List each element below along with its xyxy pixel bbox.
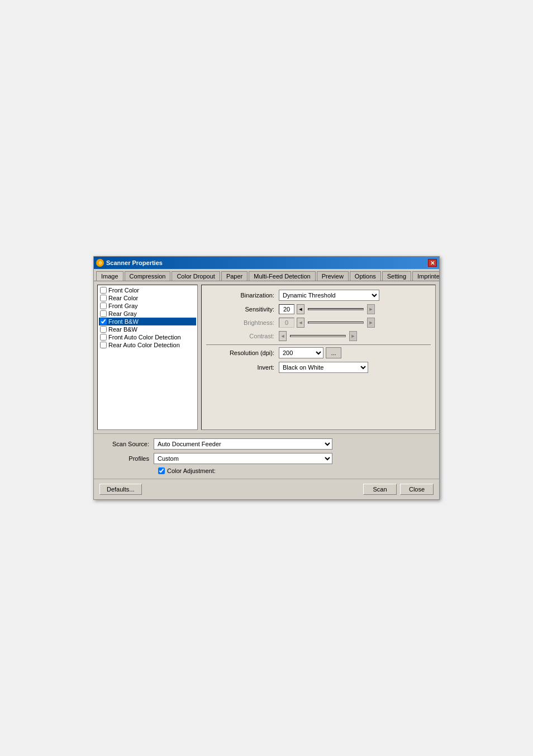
title-bar: ⚙ Scanner Properties ✕ bbox=[94, 257, 439, 269]
checkbox-rear-auto[interactable]: Rear Auto Color Detection bbox=[99, 341, 196, 349]
scanner-properties-window: ⚙ Scanner Properties ✕ Image Compression… bbox=[93, 256, 440, 500]
brightness-row: Brightness: ◄ ► bbox=[206, 318, 431, 328]
invert-select[interactable]: Black on White White on Black bbox=[279, 362, 368, 373]
rear-gray-checkbox[interactable] bbox=[100, 310, 107, 317]
brightness-label: Brightness: bbox=[206, 319, 279, 326]
color-adjustment-label: Color Adjustment: bbox=[167, 467, 216, 474]
tab-imprinter[interactable]: Imprinter bbox=[412, 271, 439, 281]
binarization-select[interactable]: Dynamic Threshold bbox=[279, 290, 379, 301]
content-area: Front Color Rear Color Front Gray Rear G… bbox=[94, 281, 439, 433]
front-color-label: Front Color bbox=[108, 287, 139, 294]
contrast-right-arrow: ► bbox=[349, 331, 357, 341]
bottom-section: Scan Source: Auto Document Feeder Flatbe… bbox=[94, 433, 439, 479]
checkbox-rear-color[interactable]: Rear Color bbox=[99, 294, 196, 302]
resolution-select[interactable]: 200 bbox=[279, 347, 323, 358]
front-auto-label: Front Auto Color Detection bbox=[108, 334, 181, 341]
sensitivity-left-arrow[interactable]: ◄ bbox=[297, 304, 304, 314]
rear-auto-label: Rear Auto Color Detection bbox=[108, 342, 180, 348]
front-bw-label: Front B&W bbox=[108, 318, 139, 325]
rear-bw-label: Rear B&W bbox=[108, 326, 137, 333]
rear-color-label: Rear Color bbox=[108, 295, 138, 301]
tab-setting[interactable]: Setting bbox=[382, 271, 411, 281]
close-button-footer[interactable]: Close bbox=[400, 484, 434, 495]
defaults-button[interactable]: Defaults... bbox=[99, 484, 142, 495]
color-adjustment-checkbox[interactable] bbox=[158, 467, 165, 474]
resolution-label: Resolution (dpi): bbox=[206, 349, 279, 356]
tab-image[interactable]: Image bbox=[96, 271, 123, 281]
brightness-slider bbox=[308, 322, 364, 324]
binarization-row: Binarization: Dynamic Threshold bbox=[206, 290, 431, 301]
resolution-control: 200 ... bbox=[279, 347, 431, 358]
contrast-left-arrow: ◄ bbox=[279, 331, 287, 341]
checkbox-rear-gray[interactable]: Rear Gray bbox=[99, 310, 196, 318]
contrast-input-group: ◄ ► bbox=[279, 331, 357, 341]
contrast-control: ◄ ► bbox=[279, 331, 431, 341]
sensitivity-right-arrow[interactable]: ► bbox=[367, 304, 375, 314]
sensitivity-label: Sensitivity: bbox=[206, 306, 279, 313]
title-bar-left: ⚙ Scanner Properties bbox=[96, 259, 163, 267]
resolution-row: Resolution (dpi): 200 ... bbox=[206, 347, 431, 358]
tab-compression[interactable]: Compression bbox=[125, 271, 171, 281]
profiles-row: Profiles Custom Default bbox=[101, 453, 432, 464]
rear-auto-checkbox[interactable] bbox=[100, 342, 107, 348]
contrast-slider bbox=[290, 335, 346, 337]
brightness-control: ◄ ► bbox=[279, 318, 431, 328]
tab-preview[interactable]: Preview bbox=[317, 271, 349, 281]
brightness-right-arrow: ► bbox=[367, 318, 375, 328]
rear-bw-checkbox[interactable] bbox=[100, 326, 107, 333]
tab-paper[interactable]: Paper bbox=[221, 271, 248, 281]
rear-color-checkbox[interactable] bbox=[100, 295, 107, 301]
rear-gray-label: Rear Gray bbox=[108, 310, 137, 317]
settings-panel: Binarization: Dynamic Threshold Sensitiv… bbox=[201, 285, 436, 430]
brightness-input bbox=[279, 318, 294, 328]
profiles-select[interactable]: Custom Default bbox=[154, 453, 332, 464]
sensitivity-input-group: ◄ ► bbox=[279, 304, 375, 314]
front-bw-checkbox[interactable] bbox=[100, 318, 107, 325]
checkbox-front-gray[interactable]: Front Gray bbox=[99, 302, 196, 310]
image-type-list: Front Color Rear Color Front Gray Rear G… bbox=[97, 285, 198, 430]
front-auto-checkbox[interactable] bbox=[100, 334, 107, 341]
binarization-control: Dynamic Threshold bbox=[279, 290, 431, 301]
brightness-left-arrow: ◄ bbox=[297, 318, 304, 328]
checkbox-front-auto[interactable]: Front Auto Color Detection bbox=[99, 333, 196, 341]
front-color-checkbox[interactable] bbox=[100, 287, 107, 294]
invert-control: Black on White White on Black bbox=[279, 362, 431, 373]
tab-color-dropout[interactable]: Color Dropout bbox=[172, 271, 220, 281]
tab-options[interactable]: Options bbox=[350, 271, 381, 281]
scan-source-row: Scan Source: Auto Document Feeder Flatbe… bbox=[101, 438, 432, 450]
scan-source-select[interactable]: Auto Document Feeder Flatbed ADF Front A… bbox=[154, 438, 332, 450]
scan-source-label: Scan Source: bbox=[101, 441, 154, 447]
scan-button[interactable]: Scan bbox=[363, 484, 397, 495]
tab-bar: Image Compression Color Dropout Paper Mu… bbox=[94, 269, 439, 281]
profiles-label: Profiles bbox=[101, 455, 154, 462]
checkbox-front-color[interactable]: Front Color bbox=[99, 286, 196, 294]
close-button[interactable]: ✕ bbox=[428, 259, 437, 267]
resolution-dots-button[interactable]: ... bbox=[326, 347, 341, 358]
invert-label: Invert: bbox=[206, 364, 279, 371]
brightness-input-group: ◄ ► bbox=[279, 318, 375, 328]
binarization-label: Binarization: bbox=[206, 292, 279, 299]
separator-1 bbox=[206, 344, 431, 345]
window-title: Scanner Properties bbox=[106, 259, 163, 266]
checkbox-rear-bw[interactable]: Rear B&W bbox=[99, 325, 196, 333]
window-icon: ⚙ bbox=[96, 259, 104, 267]
checkbox-front-bw[interactable]: Front B&W bbox=[99, 318, 196, 325]
contrast-row: Contrast: ◄ ► bbox=[206, 331, 431, 341]
footer-right-buttons: Scan Close bbox=[363, 484, 434, 495]
invert-row: Invert: Black on White White on Black bbox=[206, 362, 431, 373]
sensitivity-row: Sensitivity: ◄ ► bbox=[206, 304, 431, 314]
front-gray-checkbox[interactable] bbox=[100, 303, 107, 309]
sensitivity-control: ◄ ► bbox=[279, 304, 431, 314]
contrast-label: Contrast: bbox=[206, 333, 279, 339]
footer: Defaults... Scan Close bbox=[94, 479, 439, 499]
sensitivity-slider[interactable] bbox=[308, 308, 364, 310]
front-gray-label: Front Gray bbox=[108, 303, 138, 309]
sensitivity-input[interactable] bbox=[279, 304, 294, 314]
tab-multifeed[interactable]: Multi-Feed Detection bbox=[249, 271, 316, 281]
color-adjustment-row: Color Adjustment: bbox=[101, 467, 432, 474]
